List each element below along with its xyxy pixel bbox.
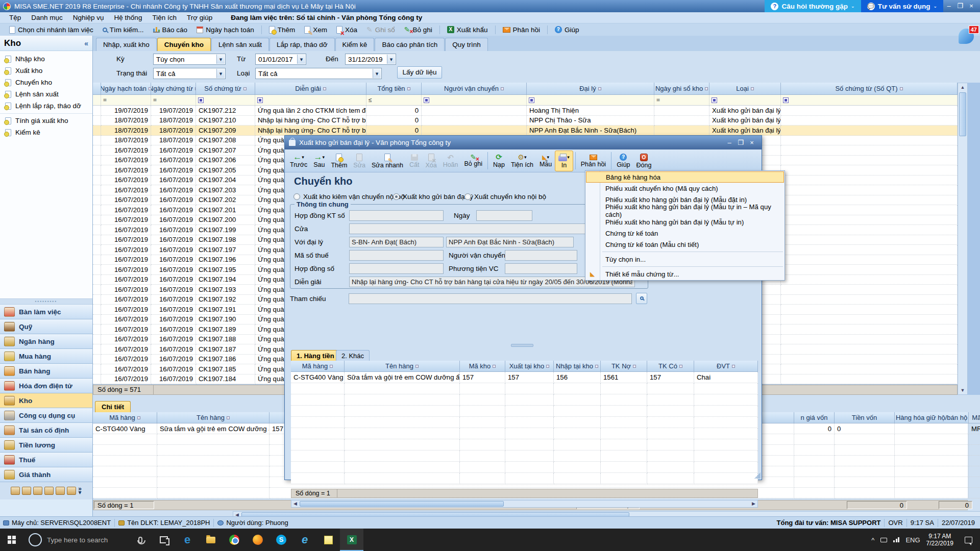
module-2[interactable]: Ngân hàng [0,334,92,349]
dialog-horizontal-scrollbar[interactable]: ◀ ▶ [291,500,758,508]
taskbar-icon-mic[interactable] [129,529,152,551]
quick-icon-5[interactable] [67,487,76,495]
touch-keyboard-icon[interactable] [880,538,887,542]
sidebar-item-4[interactable]: Lệnh lắp ráp, tháo dỡ [0,100,92,112]
dialog-column-header-6[interactable]: TK Có [647,361,694,372]
sidebar-item-1[interactable]: Xuất kho [0,65,92,77]
radio-2[interactable]: Xuất chuyển kho nội bộ [464,193,546,201]
taskbar-clock[interactable]: 9:17 AM 7/22/2019 [926,533,953,547]
column-header-3[interactable]: Số chứng từ [196,83,255,95]
dialog-toolbar-2[interactable]: Thêm [328,151,350,171]
dialog-toolbar-11[interactable]: ◣▾Mẫu [536,151,555,171]
language-indicator[interactable]: ENG [905,536,920,544]
toolbar-button-2[interactable]: Báo cáo [149,24,192,35]
column-filter-1[interactable]: = [101,95,151,106]
quick-icon-3[interactable] [44,487,54,495]
column-header-6[interactable]: Người vận chuyển [422,83,527,95]
column-filter-7[interactable] [527,95,654,106]
column-filter-2[interactable]: = [151,95,196,106]
taskbar-icon-chrome[interactable] [223,529,246,551]
detail-column-header-6[interactable]: Mã thống kê [969,412,980,423]
dialog-toolbar-7[interactable]: ↶Hoãn [440,151,461,171]
table-row[interactable]: 18/07/201918/07/2019CK1907.210Nhập lại h… [93,116,958,126]
dialog-toolbar-9[interactable]: ⟳Nạp [490,151,508,171]
module-4[interactable]: Bán hàng [0,364,92,379]
dialog-toolbar-4[interactable]: Sửa nhanh [369,151,406,171]
dialog-toolbar-8[interactable]: ✎Bỏ ghi [461,151,485,171]
tab-5[interactable]: Báo cáo phân tích [375,38,445,51]
toolbar-button-4[interactable]: Thêm [265,24,300,35]
scrollbar-thumb[interactable] [959,92,966,136]
column-header-7[interactable]: Đại lý [527,83,654,95]
tab-6[interactable]: Quy trình [445,38,488,51]
dai-ly-name-input[interactable] [446,237,574,247]
dialog-column-header-5[interactable]: TK Nợ [601,361,647,372]
column-header-1[interactable]: Ngày hạch toán [101,83,151,95]
support-button[interactable]: 💬 Tư vấn sử dụng ⌄ [861,0,943,12]
dialog-toolbar-5[interactable]: Cất [406,151,422,171]
table-row[interactable]: 19/07/201919/07/2019CK1907.212Ứng quà lầ… [93,106,958,116]
quick-icon-1[interactable] [22,487,31,495]
tham-chieu-input[interactable] [349,293,632,304]
dialog-toolbar-15[interactable]: OĐóng [633,151,655,171]
tab-chi-tiet[interactable]: Chi tiết [95,401,131,412]
print-menu-item-3[interactable]: Phiếu xuất kho hàng gửi bán đại lý (Mẫu … [586,205,784,216]
sidebar-item-5[interactable]: Tính giá xuất kho [0,113,92,127]
ngay-input[interactable] [476,210,532,221]
dialog-column-header-7[interactable]: ĐVT [694,361,758,372]
taskbar-icon-file-explorer[interactable] [199,529,223,551]
quick-more-button[interactable]: »▾ [78,487,82,494]
dialog-column-header-4[interactable]: Nhập tại kho [554,361,601,372]
toolbar-button-8[interactable]: ✎Bỏ ghi [400,24,436,35]
collapse-sidebar-button[interactable]: « [84,39,88,47]
lookup-button[interactable] [636,293,647,304]
hop-dong-so-input[interactable] [349,263,444,274]
module-9[interactable]: Tiền lương [0,438,92,453]
start-button[interactable] [0,529,23,551]
scrollbar-thumb[interactable] [300,501,504,507]
menubar-item-1[interactable]: Danh mục [26,14,68,21]
toolbar-button-9[interactable]: XXuất khẩu [443,24,492,35]
toolbar-button-0[interactable]: Chọn chi nhánh làm việc [5,24,97,35]
tab-2[interactable]: Lệnh sản xuất [211,38,269,51]
faq-button[interactable]: ? Câu hỏi thường gặp ⌄ [765,0,861,12]
toolbar-button-10[interactable]: Phản hồi [499,24,544,35]
detail-column-header-0[interactable]: Mã hàng [93,412,157,423]
column-filter-4[interactable] [255,95,366,106]
radio-0[interactable]: Xuất kho kiêm vận chuyển nội bộ [293,193,405,201]
dialog-toolbar-13[interactable]: Phản hồi [578,151,609,171]
network-icon[interactable] [893,537,899,542]
load-data-button[interactable]: Lấy dữ liệu [397,66,442,79]
column-filter-5[interactable]: ≤ [366,95,422,106]
nguoi-van-chuyen-input[interactable] [505,250,577,261]
column-header-8[interactable]: Ngày ghi sổ kho [654,83,709,95]
detail-column-header-4[interactable]: Tiền vốn [835,412,895,423]
resize-grip[interactable] [754,472,761,479]
print-menu-item-5[interactable]: Chứng từ kế toán [586,228,784,239]
menubar-item-3[interactable]: Hệ thống [109,14,148,21]
status-select[interactable]: Tất cả [153,68,226,79]
type-select[interactable]: Tất cả [255,68,382,79]
cortana-button[interactable] [29,533,42,546]
quick-icon-2[interactable] [33,487,42,495]
notification-bubble[interactable]: 47 [959,26,979,46]
ma-so-thue-input[interactable] [349,250,444,261]
from-date[interactable]: 01/01/2017 [255,54,306,65]
print-menu-item-1[interactable]: Phiếu xuất chuyển kho (Mã quy cách) [586,183,784,194]
taskbar-icon-ie[interactable]: e [293,529,316,551]
menubar-item-0[interactable]: Tệp [4,14,26,21]
table-vertical-scrollbar[interactable]: ▲▼ [958,83,968,395]
taskbar-icon-notes[interactable] [316,529,340,551]
dialog-tab-0[interactable]: 1. Hàng tiền [291,350,340,361]
radio-1[interactable]: Xuất kho gửi bán đại lý [393,193,473,201]
minimize-button[interactable]: – [943,0,954,12]
action-center-button[interactable] [960,529,977,551]
dialog-column-header-0[interactable]: Mã hàng [291,361,345,372]
tab-3[interactable]: Lắp ráp, tháo dỡ [270,38,335,51]
column-header-0[interactable] [93,83,101,95]
tab-4[interactable]: Kiểm kê [335,38,375,51]
dialog-grid-row[interactable]: C-STG400 VàngSữa tắm và gội trẻ em COW d… [291,372,758,383]
detail-column-header-1[interactable]: Tên hàng [157,412,270,423]
phuong-tien-vc-input[interactable] [505,263,577,274]
detail-column-header-5[interactable]: Hàng hóa giữ hộ/bán hộ [895,412,969,423]
